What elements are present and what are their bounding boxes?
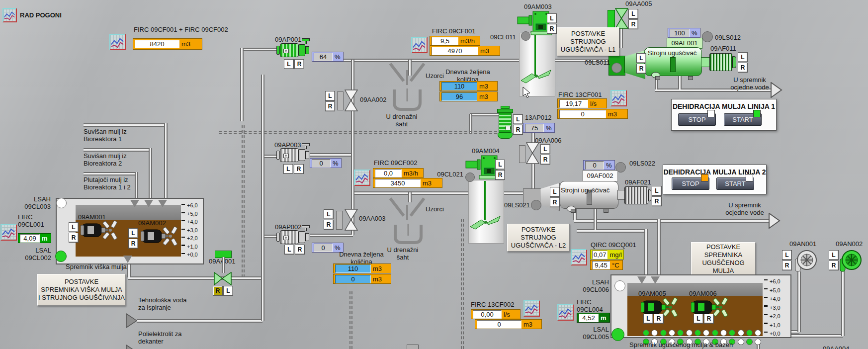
remote-button[interactable]: R — [782, 261, 792, 270]
pump-09AP003[interactable] — [276, 147, 311, 164]
qirc-concentration[interactable]: 0,07 mg/l — [590, 250, 624, 260]
remote-button[interactable]: R — [324, 220, 334, 230]
firc-09cf001-total[interactable]: 4970 m3 — [430, 46, 500, 56]
valve-09AA003[interactable] — [345, 209, 358, 231]
local-button[interactable]: L — [550, 187, 560, 197]
trend-icon[interactable] — [109, 34, 126, 50]
pump-13AP012[interactable] — [497, 106, 514, 140]
firc-09cf001-flow[interactable]: 9,5 m3/h — [430, 36, 480, 46]
sample-funnel-2 — [388, 197, 427, 220]
remote-button[interactable]: R — [540, 155, 550, 165]
trend-icon[interactable] — [2, 8, 17, 22]
local-button[interactable]: L — [128, 228, 138, 238]
remote-button[interactable]: R — [69, 233, 79, 243]
pump-09AP002[interactable] — [276, 229, 311, 246]
fan-09AN002[interactable] — [838, 249, 863, 274]
local-button[interactable]: L — [284, 59, 294, 69]
local-button[interactable]: L — [513, 114, 523, 124]
trend-icon[interactable] — [557, 304, 574, 321]
remote-button[interactable]: R — [295, 245, 305, 255]
local-button[interactable]: L — [69, 222, 79, 232]
pump-09AP001-speed[interactable]: 64 % — [312, 52, 344, 62]
trend-icon[interactable] — [571, 249, 587, 265]
daily1-setpoint[interactable]: 110 m3 — [439, 81, 498, 91]
fan-09AN001[interactable] — [793, 249, 818, 274]
pump-13AP012-speed[interactable]: 75 % — [523, 123, 555, 133]
remote-button[interactable]: R — [513, 125, 523, 135]
local-button[interactable]: L — [223, 286, 233, 296]
pump-09AP001[interactable] — [276, 42, 311, 59]
remote-button[interactable]: R — [654, 314, 664, 324]
firc-09cf002-flow[interactable]: 0,0 m3/h — [373, 168, 424, 178]
settings-thickener-l2-button[interactable]: POSTAVKE STRUJNOG UGUŠČIVAČA - L2 — [507, 224, 570, 252]
local-button[interactable]: L — [324, 209, 334, 219]
remote-button[interactable]: R — [829, 261, 839, 270]
thickener1-speed[interactable]: 100 % — [668, 28, 700, 38]
firc-13cf001-total[interactable]: 0 m3 — [557, 109, 628, 119]
total-value: 3450 — [375, 179, 421, 187]
valve-09AA005[interactable] — [615, 8, 628, 29]
valve-09AA002-label: 09AA002 — [360, 96, 387, 104]
settings-sludge-tank1-button[interactable]: POSTAVKE SPREMNIKA VIŠKA MULJA I STRUJNO… — [37, 274, 126, 306]
remote-button[interactable]: R — [636, 64, 646, 74]
local-button[interactable]: L — [643, 314, 653, 324]
local-button[interactable]: L — [284, 245, 294, 255]
thickener2-speed[interactable]: 0 % — [583, 160, 615, 170]
remote-button[interactable]: R — [495, 170, 505, 180]
trend-icon[interactable] — [411, 37, 428, 53]
remote-button[interactable]: R — [128, 239, 138, 249]
remote-button[interactable]: R — [294, 59, 304, 69]
mixer-09AM001[interactable] — [81, 219, 118, 242]
drain-funnel-1 — [391, 88, 424, 113]
remote-button[interactable]: R — [550, 197, 560, 207]
trend-icon[interactable] — [610, 90, 627, 106]
local-button[interactable]: L — [547, 13, 557, 23]
local-button[interactable]: L — [495, 160, 505, 170]
trend-icon[interactable] — [523, 300, 540, 317]
settings-sludge-tank2-button[interactable]: POSTAVKE SPREMNIKA UGUŠČENOG MULJA — [691, 242, 756, 276]
daily2-setpoint[interactable]: 110 m3 — [333, 263, 391, 273]
local-button[interactable]: L — [540, 144, 550, 154]
firc-13cf002-total[interactable]: 0 m3 — [475, 319, 542, 329]
remote-button[interactable]: R — [325, 101, 335, 111]
lsah-09CL003-label: LSAH 09CL003 — [14, 196, 51, 210]
remote-button[interactable]: R — [294, 164, 304, 174]
firc-13cf001-flow[interactable]: 19,17 l/s — [557, 98, 607, 108]
pipe — [784, 334, 843, 338]
trend-icon[interactable] — [354, 170, 370, 186]
settings-thickener-l1-button[interactable]: POSTAVKE STRUJNOG UGUŠČIVAČA - L1 — [557, 27, 619, 56]
pipe — [657, 219, 661, 277]
local-button[interactable]: L — [694, 314, 703, 324]
valve-09AA006[interactable] — [526, 142, 539, 164]
trend-icon[interactable] — [0, 224, 17, 241]
totalizer-display[interactable]: 8420 m3 — [133, 38, 202, 50]
valve-09AA002[interactable] — [345, 89, 358, 111]
remote-button[interactable]: R — [704, 314, 714, 324]
local-button[interactable]: L — [283, 164, 293, 174]
local-button[interactable]: L — [325, 91, 335, 101]
inlet-arrow — [651, 276, 660, 284]
qirc-temperature[interactable]: 9,45 °C — [590, 260, 623, 270]
remote-button[interactable]: R — [547, 24, 557, 34]
valve-09AA003-label: 09AA003 — [359, 215, 386, 223]
local-button[interactable]: L — [829, 250, 839, 260]
remote-button[interactable]: R — [213, 286, 223, 296]
mixer-09AM002[interactable] — [141, 225, 178, 248]
remote-button[interactable]: R — [628, 19, 638, 29]
local-button[interactable]: L — [652, 186, 662, 196]
local-button[interactable]: L — [628, 9, 638, 19]
local-button[interactable]: L — [738, 52, 748, 62]
local-button[interactable]: L — [782, 250, 792, 260]
daily2-actual[interactable]: 0 m3 — [333, 274, 391, 284]
local-button[interactable]: L — [636, 53, 646, 63]
daily1-actual[interactable]: 96 m3 — [439, 91, 498, 101]
lirc-09CL001-level[interactable]: 4,09 m — [18, 233, 51, 243]
remote-button[interactable]: R — [652, 196, 662, 206]
valve-09AA001[interactable] — [214, 272, 232, 285]
remote-button[interactable]: R — [738, 63, 748, 73]
pipe — [574, 219, 771, 223]
pump-09AP003-speed[interactable]: 0 % — [310, 158, 342, 168]
firc-13cf002-flow[interactable]: 0,00 l/s — [471, 309, 521, 319]
lirc-09CL004-level[interactable]: 4,52 m — [577, 313, 610, 323]
firc-09cf002-total[interactable]: 3450 m3 — [373, 178, 442, 188]
